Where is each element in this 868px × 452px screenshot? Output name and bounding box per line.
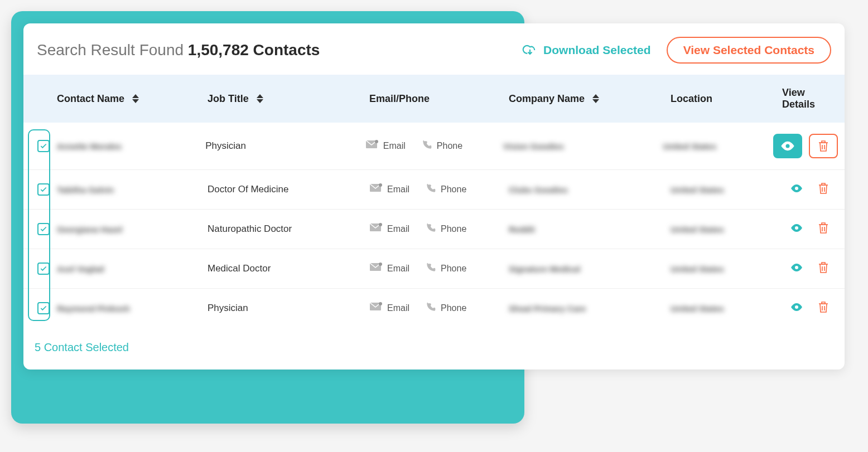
mail-icon (365, 139, 379, 153)
results-title: Search Result Found 1,50,782 Contacts (37, 41, 320, 59)
download-selected-button[interactable]: Download Selected (522, 42, 651, 58)
checkbox-cell (30, 263, 57, 275)
phone-link[interactable]: Phone (425, 262, 466, 275)
phone-link[interactable]: Phone (425, 222, 466, 236)
row-actions (782, 260, 838, 277)
card-header: Search Result Found 1,50,782 Contacts Do… (23, 23, 845, 75)
table-row: Annette MoralesPhysicianEmailPhoneVision… (23, 123, 845, 170)
job-title-text: Medical Doctor (208, 263, 271, 274)
email-link[interactable]: Email (365, 139, 406, 153)
column-job-title-label: Job Title (208, 93, 249, 105)
delete-button[interactable] (817, 260, 830, 277)
phone-label: Phone (437, 141, 462, 151)
view-details-button[interactable] (790, 182, 803, 197)
email-link[interactable]: Email (369, 222, 409, 236)
view-details-button[interactable] (790, 261, 803, 276)
table-row: Raymond PinkoshPhysicianEmailPhoneShoal … (23, 289, 845, 328)
location-text: United States (663, 142, 716, 151)
location-text: United States (671, 264, 724, 274)
column-company-name[interactable]: Company Name (509, 93, 671, 105)
contact-name-text: Axel Voglad (57, 264, 104, 274)
cell-company: Shoal Primary Care (509, 304, 671, 313)
phone-link[interactable]: Phone (421, 139, 462, 153)
svg-point-5 (795, 187, 798, 190)
phone-icon (425, 262, 436, 275)
svg-point-11 (795, 266, 798, 269)
view-details-button[interactable] (773, 134, 802, 158)
view-details-button[interactable] (790, 300, 803, 316)
cell-location: United States (663, 142, 773, 151)
checkbox-cell (30, 223, 57, 235)
cell-location: United States (671, 264, 782, 274)
row-actions (782, 221, 838, 237)
checkbox-cell (30, 183, 57, 196)
footer: 5 Contact Selected (23, 328, 845, 370)
sort-icon (592, 94, 599, 103)
svg-point-10 (379, 263, 382, 266)
delete-button[interactable] (809, 134, 838, 158)
svg-point-7 (379, 223, 382, 226)
row-checkbox[interactable] (37, 140, 50, 152)
column-view-details-label: View Details (782, 87, 838, 110)
sort-icon (257, 94, 263, 103)
download-selected-label: Download Selected (543, 43, 651, 57)
mail-icon (369, 302, 383, 315)
cell-contact-name: Tabitha Galvin (57, 185, 208, 195)
view-details-button[interactable] (790, 221, 803, 237)
delete-button[interactable] (817, 181, 830, 198)
email-label: Email (387, 184, 409, 195)
row-checkbox[interactable] (37, 223, 50, 235)
phone-label: Phone (441, 224, 466, 234)
phone-icon (421, 139, 432, 153)
table-row: Axel VogladMedical DoctorEmailPhoneSigna… (23, 249, 845, 289)
job-title-text: Naturopathic Doctor (208, 223, 292, 235)
cell-location: United States (671, 185, 782, 195)
phone-link[interactable]: Phone (425, 183, 466, 196)
view-selected-contacts-button[interactable]: View Selected Contacts (667, 37, 831, 64)
company-text: Clubs Goodies (509, 185, 568, 195)
email-link[interactable]: Email (369, 302, 409, 315)
svg-point-8 (795, 226, 798, 230)
cell-job-title: Doctor Of Medicine (208, 184, 369, 195)
job-title-text: Physician (208, 303, 248, 314)
results-count: 1,50,782 Contacts (188, 41, 320, 59)
table-row: Georgiana HazelNaturopathic DoctorEmailP… (23, 210, 845, 249)
location-text: United States (671, 225, 724, 234)
delete-button[interactable] (817, 300, 830, 317)
row-actions (773, 134, 838, 158)
phone-icon (425, 183, 436, 196)
cell-contact-name: Axel Voglad (57, 264, 208, 274)
row-checkbox[interactable] (37, 263, 50, 275)
column-contact-name[interactable]: Contact Name (57, 93, 208, 105)
phone-icon (425, 302, 436, 315)
svg-point-1 (375, 140, 378, 143)
column-location: Location (671, 93, 782, 105)
delete-button[interactable] (817, 221, 830, 237)
location-text: United States (671, 185, 724, 195)
company-text: Signature Medical (509, 264, 580, 274)
row-checkbox[interactable] (37, 183, 50, 196)
email-label: Email (387, 303, 409, 313)
contact-name-text: Tabitha Galvin (57, 185, 114, 195)
mail-icon (369, 262, 383, 275)
phone-link[interactable]: Phone (425, 302, 466, 315)
row-actions (782, 300, 838, 317)
email-link[interactable]: Email (369, 262, 409, 275)
cell-job-title: Physician (208, 303, 369, 314)
phone-label: Phone (441, 303, 466, 313)
table-header-row: Contact Name Job Title Email/Phone Compa… (23, 75, 845, 123)
phone-label: Phone (441, 184, 466, 195)
svg-point-13 (379, 302, 382, 305)
cell-email-phone: EmailPhone (365, 139, 503, 153)
email-link[interactable]: Email (369, 183, 409, 196)
column-job-title[interactable]: Job Title (208, 93, 369, 105)
svg-point-4 (379, 183, 382, 187)
column-view-details: View Details (782, 87, 838, 110)
phone-icon (425, 222, 436, 236)
column-contact-name-label: Contact Name (57, 93, 124, 105)
cell-email-phone: EmailPhone (369, 222, 509, 236)
mail-icon (369, 222, 383, 236)
cell-email-phone: EmailPhone (369, 302, 509, 315)
selected-count-text: 5 Contact Selected (35, 341, 129, 353)
row-checkbox[interactable] (37, 302, 50, 314)
